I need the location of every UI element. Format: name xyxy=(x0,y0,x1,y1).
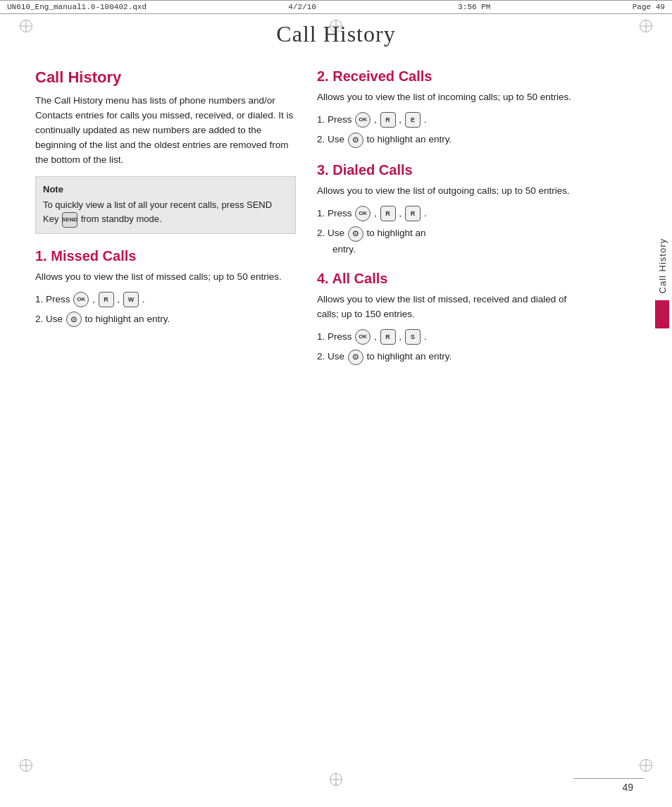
top-bar: UN610_Eng_manual1.0-100402.qxd 4/2/10 3:… xyxy=(0,0,672,14)
e-key-2: E xyxy=(405,112,421,128)
all-calls-step2: 2. Use ⊙ to highlight an entry. xyxy=(317,349,578,364)
nav-key-2: ⊙ xyxy=(348,133,363,148)
page-number: 49 xyxy=(622,782,633,793)
all-calls-desc: Allows you to view the list of missed, r… xyxy=(317,292,578,322)
note-label: Note xyxy=(43,183,288,197)
r-key-3b: R xyxy=(405,206,421,221)
s-key-4: S xyxy=(405,329,421,345)
side-tab-bar xyxy=(655,300,669,328)
dialed-calls-step1: 1. Press OK , R , R . xyxy=(317,206,578,221)
reg-mark-bottom-center xyxy=(330,773,342,786)
dialed-calls-step2: 2. Use ⊙ to highlight an entry. xyxy=(317,226,578,257)
r-key-2: R xyxy=(380,112,396,128)
missed-calls-desc: Allows you to view the list of missed ca… xyxy=(35,270,296,285)
section-missed-calls: 1. Missed Calls Allows you to view the l… xyxy=(35,248,296,328)
main-section-heading: Call History xyxy=(35,68,296,87)
received-calls-desc: Allows you to view the list of incoming … xyxy=(317,90,578,105)
r-key-3: R xyxy=(380,206,396,221)
received-calls-step2: 2. Use ⊙ to highlight an entry. xyxy=(317,132,578,147)
columns-layout: Call History The Call History menu has l… xyxy=(35,68,637,369)
received-calls-heading: 2. Received Calls xyxy=(317,68,578,85)
dialed-calls-heading: 3. Dialed Calls xyxy=(317,162,578,178)
page-title: Call History xyxy=(35,21,637,47)
side-tab-label: Call History xyxy=(654,233,671,299)
main-content: Call History Call History The Call Histo… xyxy=(0,14,672,383)
nav-key-1: ⊙ xyxy=(66,312,82,327)
main-section-intro: The Call History menu has lists of phone… xyxy=(35,94,296,168)
right-column: 2. Received Calls Allows you to view the… xyxy=(317,68,578,369)
note-box: Note To quickly view a list of all your … xyxy=(35,176,296,234)
nav-key-3: ⊙ xyxy=(348,226,363,242)
r-key-4: R xyxy=(380,329,396,345)
nav-key-4: ⊙ xyxy=(348,350,363,365)
reg-mark-bottom-right xyxy=(640,759,652,772)
dialed-calls-desc: Allows you to view the list of outgoing … xyxy=(317,184,578,199)
all-calls-heading: 4. All Calls xyxy=(317,271,578,287)
time-label: 3:56 PM xyxy=(458,3,490,11)
received-calls-step1: 1. Press OK , R , E . xyxy=(317,112,578,128)
all-calls-step1: 1. Press OK , R , S . xyxy=(317,329,578,345)
left-column: Call History The Call History menu has l… xyxy=(35,68,296,331)
menu-ok-key-4: OK xyxy=(355,329,371,345)
page-label: Page 49 xyxy=(633,3,665,11)
note-text: To quickly view a list of all your recen… xyxy=(43,198,288,228)
section-received-calls: 2. Received Calls Allows you to view the… xyxy=(317,68,578,148)
bottom-rule xyxy=(573,778,644,779)
menu-ok-key-2: OK xyxy=(355,112,371,128)
w-key-1: W xyxy=(123,292,139,307)
missed-calls-step2: 2. Use ⊙ to highlight an entry. xyxy=(35,312,296,327)
r-key-1: R xyxy=(99,292,114,307)
filename-label: UN610_Eng_manual1.0-100402.qxd xyxy=(7,3,147,11)
side-tab: Call History xyxy=(652,233,672,328)
missed-calls-heading: 1. Missed Calls xyxy=(35,248,296,264)
menu-ok-key-3: OK xyxy=(355,206,371,221)
menu-ok-key-1: OK xyxy=(73,292,89,307)
date-label: 4/2/10 xyxy=(288,3,316,11)
section-dialed-calls: 3. Dialed Calls Allows you to view the l… xyxy=(317,162,578,257)
send-key-icon: SEND xyxy=(62,212,77,228)
reg-mark-bottom-left xyxy=(20,759,32,772)
missed-calls-step1: 1. Press OK , R , W . xyxy=(35,292,296,307)
section-all-calls: 4. All Calls Allows you to view the list… xyxy=(317,271,578,365)
